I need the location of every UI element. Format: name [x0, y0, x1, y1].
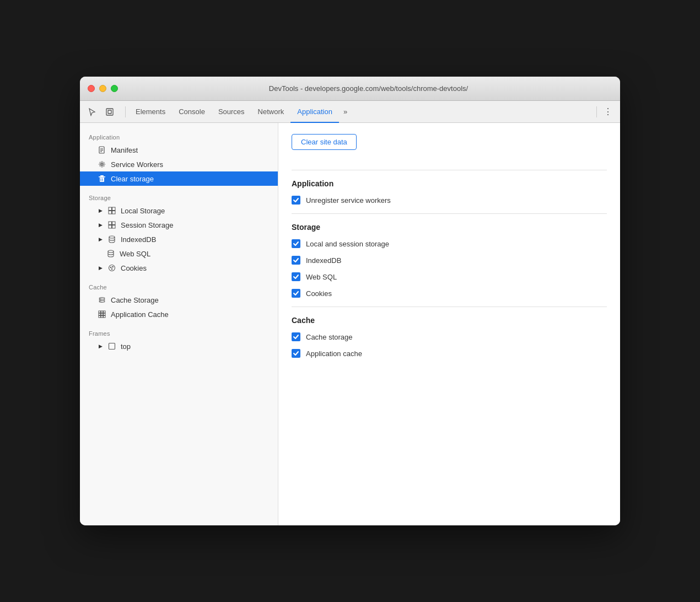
cursor-icon[interactable]	[84, 104, 100, 120]
svg-rect-0	[106, 109, 113, 115]
arrow-icon-2: ▶	[98, 222, 103, 228]
arrow-icon: ▶	[98, 208, 103, 213]
cookie-icon	[107, 264, 116, 272]
sidebar-section-storage-label: Storage	[80, 190, 278, 203]
sidebar-item-cookies[interactable]: ▶ Cookies	[80, 261, 278, 275]
panel-divider-3	[292, 307, 607, 307]
db-icon-websql	[106, 249, 115, 258]
sidebar-item-clear-storage[interactable]: Clear storage	[80, 171, 278, 186]
checkbox-cookies: Cookies	[292, 289, 607, 298]
sidebar-item-app-cache[interactable]: Application Cache	[80, 307, 278, 321]
sidebar-item-session-storage[interactable]: ▶ Session Storage	[80, 218, 278, 232]
close-button[interactable]	[88, 85, 95, 92]
svg-rect-27	[99, 313, 101, 315]
sidebar: Application Manifest	[80, 123, 278, 525]
tab-console[interactable]: Console	[172, 101, 212, 123]
panel-divider-1	[292, 170, 607, 170]
svg-rect-26	[104, 311, 106, 313]
svg-rect-31	[101, 316, 103, 318]
svg-rect-11	[109, 222, 112, 225]
titlebar: DevTools - developers.google.com/web/too…	[80, 77, 620, 101]
svg-rect-29	[104, 313, 106, 315]
svg-point-20	[111, 268, 112, 270]
sidebar-item-local-storage[interactable]: ▶ Local Storage	[80, 203, 278, 218]
checkbox-web-sql-box[interactable]	[292, 272, 300, 281]
svg-rect-7	[109, 207, 112, 211]
svg-rect-24	[99, 311, 101, 313]
checkbox-web-sql-label: Web SQL	[306, 273, 337, 281]
panel-divider-2	[292, 213, 607, 214]
svg-point-15	[109, 236, 115, 238]
svg-rect-1	[108, 110, 111, 114]
sidebar-section-frames-label: Frames	[80, 326, 278, 339]
window-title: DevTools - developers.google.com/web/too…	[125, 84, 612, 93]
checkbox-unregister-sw-box[interactable]	[292, 196, 300, 205]
checkbox-local-session: Local and session storage	[292, 239, 607, 248]
clear-site-data-button[interactable]: Clear site data	[292, 134, 357, 150]
svg-point-18	[110, 267, 111, 268]
panel-section-storage-title: Storage	[292, 223, 607, 232]
checkbox-indexeddb-box[interactable]	[292, 256, 300, 265]
checkbox-cache-storage-box[interactable]	[292, 332, 300, 341]
toolbar-divider	[125, 106, 126, 117]
main-content: Application Manifest	[80, 123, 620, 525]
sidebar-item-manifest[interactable]: Manifest	[80, 143, 278, 157]
minimize-button[interactable]	[99, 85, 106, 92]
checkbox-indexeddb-label: IndexedDB	[306, 256, 341, 265]
svg-rect-10	[112, 211, 116, 214]
arrow-icon-3: ▶	[98, 237, 103, 242]
sidebar-item-top[interactable]: ▶ top	[80, 339, 278, 353]
arrow-icon-5: ▶	[98, 343, 103, 349]
menu-dots-button[interactable]: ⋮	[600, 104, 616, 120]
checkbox-local-session-box[interactable]	[292, 239, 300, 248]
db-icon-indexed	[107, 235, 116, 244]
checkbox-app-cache-box[interactable]	[292, 349, 300, 358]
file-icon	[98, 146, 106, 154]
svg-point-19	[112, 266, 114, 267]
svg-rect-28	[101, 313, 103, 315]
grid-icon-local	[107, 206, 116, 215]
checkbox-cookies-label: Cookies	[306, 289, 332, 298]
checkbox-unregister-sw: Unregister service workers	[292, 196, 607, 205]
grid-icon-session	[107, 221, 116, 229]
svg-rect-6	[99, 176, 105, 178]
panel-section-application-title: Application	[292, 179, 607, 188]
tab-network[interactable]: Network	[251, 101, 291, 123]
svg-rect-33	[109, 343, 115, 350]
tab-sources[interactable]: Sources	[212, 101, 251, 123]
checkbox-app-cache-label: Application cache	[306, 350, 362, 358]
devtools-window: DevTools - developers.google.com/web/too…	[80, 77, 620, 525]
tab-application[interactable]: Application	[290, 101, 339, 123]
svg-point-23	[99, 301, 105, 303]
svg-rect-25	[101, 311, 103, 313]
checkbox-cookies-box[interactable]	[292, 289, 300, 298]
svg-rect-14	[112, 225, 116, 229]
sidebar-item-web-sql[interactable]: Web SQL	[80, 246, 278, 261]
toolbar-icons	[84, 104, 117, 120]
inspector-icon[interactable]	[102, 104, 117, 120]
panel-section-cache-title: Cache	[292, 316, 607, 325]
trash-icon	[98, 174, 106, 183]
toolbar: Elements Console Sources Network Applica…	[80, 101, 620, 123]
gear-icon	[98, 160, 106, 169]
checkbox-app-cache: Application cache	[292, 349, 607, 358]
sidebar-item-indexeddb[interactable]: ▶ IndexedDB	[80, 232, 278, 246]
sidebar-item-cache-storage[interactable]: Cache Storage	[80, 293, 278, 307]
panel: Clear site data Application Unregister s…	[278, 123, 620, 525]
tabs: Elements Console Sources Network Applica…	[129, 101, 593, 123]
svg-rect-32	[104, 316, 106, 318]
svg-point-16	[108, 250, 114, 252]
frame-icon	[107, 342, 116, 351]
toolbar-divider-2	[596, 106, 597, 117]
maximize-button[interactable]	[111, 85, 118, 92]
sidebar-section-cache-label: Cache	[80, 280, 278, 293]
tab-more[interactable]: »	[339, 101, 352, 123]
sidebar-section-application-label: Application	[80, 130, 278, 143]
checkbox-unregister-sw-label: Unregister service workers	[306, 196, 391, 205]
sidebar-item-service-workers[interactable]: Service Workers	[80, 157, 278, 171]
layers-icon	[98, 295, 106, 304]
checkbox-cache-storage-label: Cache storage	[306, 333, 353, 341]
tab-elements[interactable]: Elements	[129, 101, 172, 123]
svg-point-17	[109, 265, 115, 271]
traffic-lights	[88, 85, 118, 92]
